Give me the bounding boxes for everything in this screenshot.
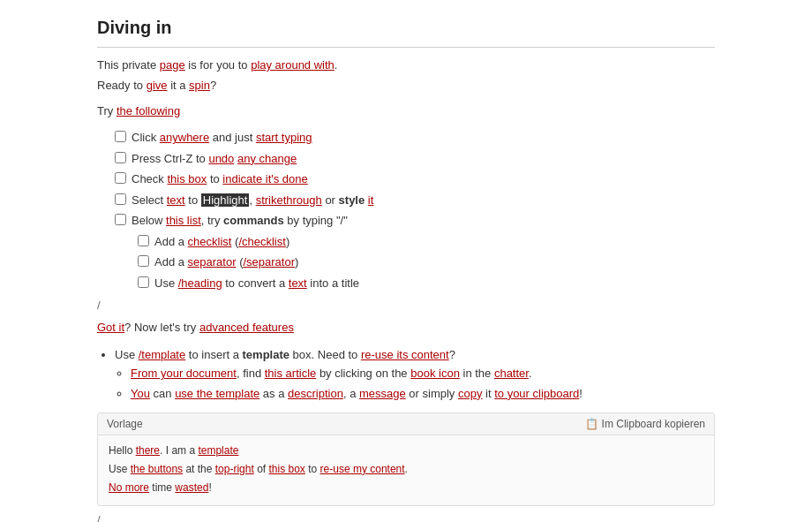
got-it-section: Got it? Now let's try advanced features bbox=[97, 319, 715, 337]
reuse-content-link-2[interactable]: re-use my content bbox=[320, 463, 405, 475]
this-box-link[interactable]: this box bbox=[167, 172, 207, 185]
copy-link[interactable]: copy bbox=[458, 387, 482, 400]
separator-link[interactable]: separator bbox=[188, 255, 237, 269]
divider-2: / bbox=[97, 513, 715, 522]
following-link[interactable]: the following bbox=[117, 104, 180, 117]
vorlage-body: Hello there. I am a template Use the but… bbox=[98, 435, 714, 506]
strikethrough-link[interactable]: strikethrough bbox=[256, 193, 322, 207]
sub-checklist-item-1: Add a checklist (/checklist) bbox=[138, 233, 715, 251]
checklist-container: Click anywhere and just start typing Pre… bbox=[115, 129, 715, 291]
checkbox-4[interactable] bbox=[115, 193, 126, 205]
buttons-link[interactable]: the buttons bbox=[131, 463, 183, 475]
sub-checkbox-3[interactable] bbox=[138, 276, 149, 288]
template-bullet-list: Use /template to insert a template box. … bbox=[115, 346, 715, 403]
intro-text: This private page is for you to play aro… bbox=[97, 57, 715, 95]
got-it-link[interactable]: Got it bbox=[97, 321, 124, 334]
template-ref-link[interactable]: template bbox=[198, 444, 238, 457]
sub-checkbox-1[interactable] bbox=[138, 235, 149, 246]
template-cmd-link[interactable]: /template bbox=[139, 348, 185, 361]
checkbox-2[interactable] bbox=[115, 152, 126, 163]
checklist-item-2: Press Ctrl-Z to undo any change bbox=[115, 150, 715, 168]
checklist-item-5: Below this list, try commands by typing … bbox=[115, 212, 715, 230]
template-sub-item-2: You can use the template as a descriptio… bbox=[131, 385, 715, 404]
it-link[interactable]: it bbox=[368, 193, 374, 207]
this-list-link[interactable]: this list bbox=[166, 214, 201, 227]
no-more-link[interactable]: No more bbox=[109, 481, 149, 494]
vorlage-box: Vorlage 📋 Im Clipboard kopieren Hello th… bbox=[97, 412, 715, 507]
spin-link[interactable]: spin bbox=[189, 79, 210, 92]
template-bullet-item: Use /template to insert a template box. … bbox=[115, 346, 715, 403]
wasted-link[interactable]: wasted bbox=[175, 481, 208, 494]
any-change-link[interactable]: any change bbox=[237, 152, 297, 165]
checkbox-5[interactable] bbox=[115, 214, 126, 225]
give-link[interactable]: give bbox=[147, 79, 168, 92]
checkbox-3[interactable] bbox=[115, 172, 126, 184]
chatter-link-1[interactable]: chatter bbox=[494, 367, 529, 380]
heading-link[interactable]: /heading bbox=[178, 276, 222, 290]
description-link[interactable]: description bbox=[288, 387, 343, 400]
sub-checklist-item-3: Use /heading to convert a text into a ti… bbox=[138, 275, 715, 292]
from-document-link[interactable]: From your document bbox=[131, 367, 237, 380]
text2-link[interactable]: text bbox=[289, 276, 307, 290]
checklist-item-4: Select text to Highlight, strikethrough … bbox=[115, 192, 715, 209]
anywhere-link[interactable]: anywhere bbox=[160, 131, 209, 144]
checklist-cmd-link[interactable]: /checklist bbox=[238, 235, 285, 248]
separator-cmd-link[interactable]: /separator bbox=[243, 255, 295, 269]
checklist-item-1: Click anywhere and just start typing bbox=[115, 129, 715, 147]
text-link[interactable]: text bbox=[167, 193, 185, 207]
vorlage-header: Vorlage 📋 Im Clipboard kopieren bbox=[98, 413, 714, 435]
reuse-content-link[interactable]: re-use its content bbox=[361, 348, 449, 361]
you-link[interactable]: You bbox=[131, 387, 150, 400]
this-article-link[interactable]: this article bbox=[265, 367, 317, 380]
checkbox-1[interactable] bbox=[115, 131, 126, 142]
message-link[interactable]: message bbox=[359, 387, 406, 400]
page-title: Diving in bbox=[97, 18, 715, 48]
sub-checkbox-2[interactable] bbox=[138, 255, 149, 267]
page-link[interactable]: page bbox=[160, 58, 185, 72]
try-following-label: Try the following bbox=[97, 102, 715, 121]
to-clipboard-link[interactable]: to your clipboard bbox=[494, 387, 579, 400]
divider-1: / bbox=[97, 299, 715, 312]
play-link[interactable]: play around with bbox=[251, 58, 335, 72]
vorlage-title: Vorlage bbox=[107, 418, 143, 430]
clipboard-button[interactable]: 📋 Im Clipboard kopieren bbox=[585, 418, 705, 430]
clipboard-label: Im Clipboard kopieren bbox=[602, 418, 705, 430]
sub-checklist-item-2: Add a separator (/separator) bbox=[138, 253, 715, 271]
this-box-link-2[interactable]: this box bbox=[269, 463, 305, 475]
page-container: Diving in This private page is for you t… bbox=[71, 0, 741, 522]
highlight-label: Highlight bbox=[201, 193, 250, 207]
undo-link[interactable]: undo bbox=[208, 152, 234, 165]
checklist-link[interactable]: checklist bbox=[188, 235, 232, 248]
start-typing-link[interactable]: start typing bbox=[256, 131, 312, 144]
book-icon-link-1[interactable]: book icon bbox=[410, 367, 460, 380]
template-sub-list: From your document, find this article by… bbox=[131, 365, 715, 404]
sub-checklist: Add a checklist (/checklist) Add a separ… bbox=[138, 233, 715, 292]
indicate-done-link[interactable]: indicate it's done bbox=[222, 172, 307, 185]
clipboard-icon: 📋 bbox=[585, 418, 598, 430]
use-template-link[interactable]: use the template bbox=[175, 387, 259, 400]
there-link[interactable]: there bbox=[136, 444, 160, 457]
advanced-features-link[interactable]: advanced features bbox=[199, 321, 294, 334]
top-right-link[interactable]: top-right bbox=[215, 463, 254, 475]
checklist-item-3: Check this box to indicate it's done bbox=[115, 170, 715, 188]
template-sub-item-1: From your document, find this article by… bbox=[131, 365, 715, 383]
